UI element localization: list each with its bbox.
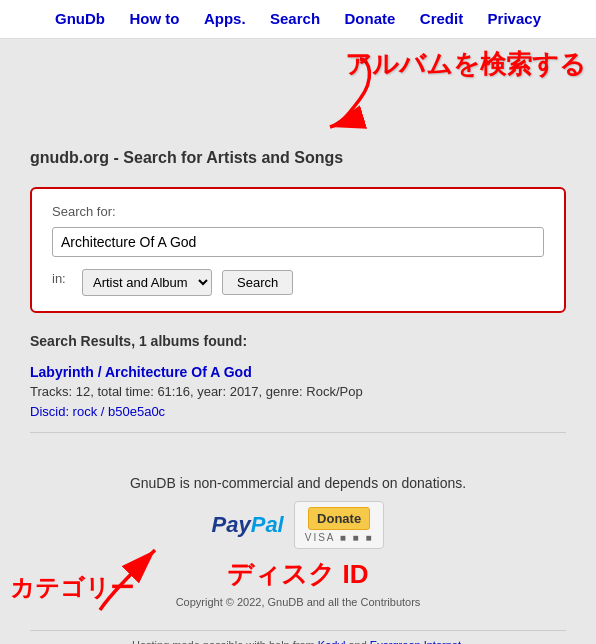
hosting-line: Hosting made possible with help from Kod… [30,630,566,644]
result-meta: Tracks: 12, total time: 61:16, year: 201… [30,384,566,399]
annotation-disk-id: ディスク ID [227,557,368,592]
donate-row: PayPal Donate VISA ■ ■ ■ [212,501,385,549]
nav-howto[interactable]: How to [129,10,179,27]
divider [30,432,566,433]
search-type-select[interactable]: Artist and Album Artist Album Song [82,269,212,296]
search-box: Search for: in: Artist and Album Artist … [30,187,566,313]
result-discid-link[interactable]: Discid: rock / b50e5a0c [30,404,165,419]
nav-apps[interactable]: Apps. [204,10,246,27]
page-title: gnudb.org - Search for Artists and Songs [30,149,566,167]
nav-gnudb[interactable]: GnuDb [55,10,105,27]
donate-button-widget[interactable]: Donate VISA ■ ■ ■ [294,501,385,549]
nav-search[interactable]: Search [270,10,320,27]
card-icons: VISA ■ ■ ■ [305,532,374,543]
search-button[interactable]: Search [222,270,293,295]
annotation-category: カテゴリー [10,572,134,604]
search-for-label: Search for: [52,204,544,219]
nav-privacy[interactable]: Privacy [488,10,541,27]
nav-credit[interactable]: Credit [420,10,463,27]
header: GnuDb How to Apps. Search Donate Credit … [0,0,596,39]
hosting-text-before: Hosting made possible with help from [132,639,318,644]
nav: GnuDb How to Apps. Search Donate Credit … [0,10,596,28]
hosting-link-evergreen[interactable]: Evergreen Internet. [370,639,464,644]
donation-text: GnuDB is non-commercial and depends on d… [130,475,466,491]
copyright: Copyright © 2022, GnuDB and all the Cont… [176,596,421,608]
annotation-album-search: アルバムを検索する [345,47,586,82]
main-content: gnudb.org - Search for Artists and Songs… [0,129,596,455]
hosting-link-kodyl[interactable]: Kodyl [318,639,346,644]
in-label: in: [52,271,72,286]
footer-area: GnuDB is non-commercial and depends on d… [0,455,596,644]
paypal-logo: PayPal [212,512,284,538]
results-summary: Search Results, 1 albums found: [30,333,566,349]
nav-donate[interactable]: Donate [345,10,396,27]
annotation-area-top: アルバムを検索する [0,39,596,129]
result-item: Labyrinth / Architecture Of A God Tracks… [30,363,566,420]
result-title-link[interactable]: Labyrinth / Architecture Of A God [30,364,252,380]
search-input[interactable] [52,227,544,257]
hosting-text-mid: and [348,639,369,644]
donate-label[interactable]: Donate [308,507,370,530]
